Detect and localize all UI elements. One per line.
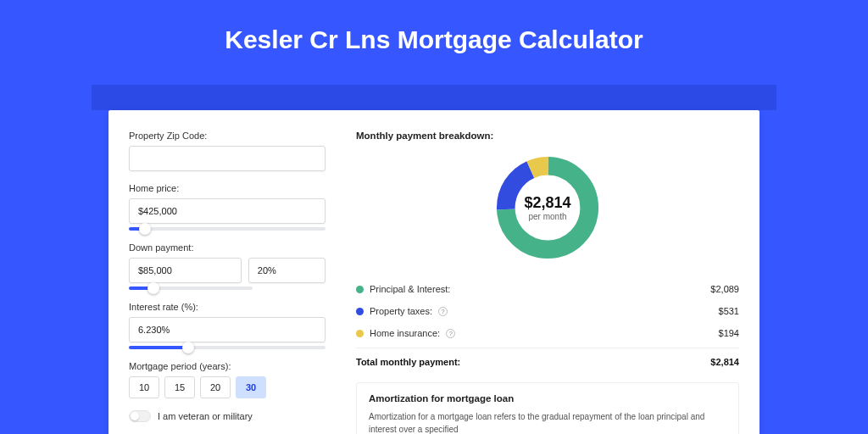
dot-icon	[356, 330, 364, 337]
interest-rate-label: Interest rate (%)	[129, 302, 326, 312]
down-payment-slider[interactable]	[129, 287, 253, 290]
breakdown-title: Monthly payment breakdown	[356, 131, 739, 141]
donut-chart-wrap: $2,814 per month	[356, 153, 739, 263]
slider-thumb[interactable]	[139, 223, 151, 235]
amortization-title: Amortization for mortgage loan	[369, 393, 726, 403]
legend-taxes: Property taxes ? $531	[356, 300, 739, 322]
interest-rate-slider[interactable]	[129, 346, 326, 349]
period-btn-20[interactable]: 20	[200, 376, 231, 398]
legend-value: $194	[719, 328, 739, 338]
donut-chart: $2,814 per month	[492, 153, 603, 263]
amortization-box: Amortization for mortgage loan Amortizat…	[356, 382, 739, 434]
zip-input[interactable]	[129, 146, 326, 171]
home-price-input[interactable]	[129, 198, 326, 224]
period-options: 10 15 20 30	[129, 376, 326, 398]
legend-value: $2,089	[710, 284, 739, 294]
legend-label: Property taxes	[370, 306, 432, 316]
breakdown-column: Monthly payment breakdown $2,814 per mon…	[346, 110, 760, 434]
dot-icon	[356, 308, 364, 315]
veteran-label: I am veteran or military	[158, 411, 253, 421]
down-payment-label: Down payment	[129, 242, 326, 253]
info-icon[interactable]: ?	[446, 329, 455, 338]
legend-insurance: Home insurance ? $194	[356, 322, 739, 344]
donut-per-month: per month	[528, 212, 566, 221]
total-value: $2,814	[710, 357, 739, 367]
interest-rate-field: Interest rate (%)	[129, 302, 326, 349]
mortgage-period-field: Mortgage period (years) 10 15 20 30	[129, 361, 326, 398]
down-payment-field: Down payment	[129, 242, 326, 290]
amortization-text: Amortization for a mortgage loan refers …	[369, 410, 726, 434]
legend-value: $531	[719, 306, 739, 316]
period-btn-30[interactable]: 30	[236, 376, 266, 398]
down-payment-pct-input[interactable]	[248, 258, 326, 283]
slider-thumb[interactable]	[147, 282, 159, 294]
home-price-field: Home price	[129, 183, 326, 231]
veteran-toggle-row: I am veteran or military	[129, 410, 326, 422]
dot-icon	[356, 286, 364, 293]
legend-label: Principal & Interest	[370, 284, 450, 294]
interest-rate-input[interactable]	[129, 317, 326, 342]
total-row: Total monthly payment $2,814	[356, 348, 739, 367]
legend-principal: Principal & Interest $2,089	[356, 278, 739, 300]
slider-thumb[interactable]	[182, 342, 194, 353]
legend-label: Home insurance	[370, 328, 440, 338]
period-btn-10[interactable]: 10	[129, 376, 159, 398]
zip-field: Property Zip Code	[129, 131, 326, 171]
home-price-label: Home price	[129, 183, 326, 193]
toggle-knob	[131, 412, 139, 420]
donut-amount: $2,814	[524, 194, 570, 212]
home-price-slider[interactable]	[129, 227, 326, 231]
zip-label: Property Zip Code	[129, 131, 326, 141]
down-payment-input[interactable]	[129, 258, 242, 283]
period-btn-15[interactable]: 15	[164, 376, 195, 398]
donut-center: $2,814 per month	[492, 153, 603, 263]
mortgage-period-label: Mortgage period (years)	[129, 361, 326, 371]
calculator-card: Property Zip Code Home price Down paymen…	[108, 110, 760, 434]
page-title: Kesler Cr Lns Mortgage Calculator	[0, 0, 868, 75]
info-icon[interactable]: ?	[438, 307, 448, 316]
form-column: Property Zip Code Home price Down paymen…	[108, 110, 346, 434]
veteran-toggle[interactable]	[129, 410, 151, 422]
header-band	[92, 85, 776, 110]
total-label: Total monthly payment	[356, 357, 460, 367]
